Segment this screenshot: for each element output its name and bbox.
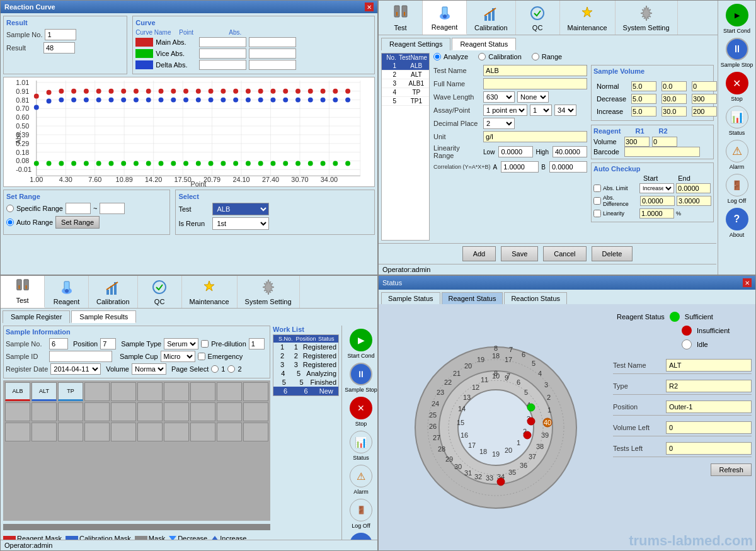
sv-normal-3[interactable] bbox=[692, 81, 717, 91]
test-cell-9[interactable] bbox=[217, 382, 242, 401]
unit-field[interactable] bbox=[483, 131, 587, 142]
volume-r2-input[interactable] bbox=[652, 137, 677, 147]
calibration-option[interactable]: Calibration bbox=[478, 53, 522, 60]
barcode-input[interactable] bbox=[624, 147, 700, 157]
test-cell-23[interactable] bbox=[58, 423, 83, 441]
sample-cup-select[interactable]: Micro bbox=[161, 351, 195, 362]
range-radio[interactable] bbox=[532, 53, 539, 60]
bl-nav-maintenance[interactable]: Maintenance bbox=[182, 276, 238, 308]
wavelength-sec-select[interactable]: None bbox=[517, 91, 549, 103]
test-cell-21[interactable] bbox=[5, 423, 30, 441]
page1-radio[interactable] bbox=[211, 365, 219, 373]
test-cell-17[interactable] bbox=[164, 402, 189, 421]
nav-reagent[interactable]: Reagent bbox=[423, 1, 467, 35]
test-cell-26[interactable] bbox=[137, 423, 163, 441]
test-cell-16[interactable] bbox=[137, 402, 163, 421]
volume-select[interactable]: Normal bbox=[132, 363, 166, 375]
decimal-place-select[interactable]: 2 bbox=[483, 118, 515, 129]
pre-dilution-checkbox[interactable] bbox=[201, 340, 209, 348]
test-cell-4[interactable] bbox=[84, 382, 110, 401]
delete-btn[interactable]: Delete bbox=[592, 246, 633, 261]
volume-r1-input[interactable] bbox=[624, 137, 650, 147]
test-cell-13[interactable] bbox=[58, 402, 83, 421]
emergency-checkbox[interactable] bbox=[198, 353, 205, 360]
test-cell-alt[interactable]: ALT bbox=[32, 382, 57, 401]
wl-row-5-current[interactable]: 6 6 New bbox=[273, 387, 338, 395]
bl-nav-system-setting[interactable]: System Setting bbox=[238, 276, 300, 308]
sv-increase-1[interactable] bbox=[631, 106, 656, 116]
correlation-b-input[interactable] bbox=[549, 161, 587, 173]
test-cell-18[interactable] bbox=[190, 402, 215, 421]
full-name-field[interactable] bbox=[483, 78, 587, 89]
sample-stop-btn[interactable]: ⏸ Sample Stop bbox=[721, 37, 753, 69]
result-input[interactable] bbox=[43, 42, 75, 54]
abs-limit-start-input[interactable] bbox=[676, 183, 711, 193]
range-to-input[interactable] bbox=[100, 203, 125, 214]
pre-dilution-field[interactable] bbox=[249, 338, 265, 349]
wl-row-2[interactable]: 3 3 Registered bbox=[273, 360, 338, 369]
analyze-radio[interactable] bbox=[433, 53, 441, 60]
vice-abs-val-input[interactable] bbox=[249, 48, 296, 59]
nav-calibration[interactable]: Calibration bbox=[467, 1, 516, 35]
sample-no-field[interactable] bbox=[49, 338, 68, 349]
bl-nav-reagent[interactable]: Reagent bbox=[45, 276, 89, 308]
reaction-curve-close-btn[interactable]: ✕ bbox=[365, 3, 374, 11]
test-cell-14[interactable] bbox=[84, 402, 110, 421]
test-cell-5[interactable] bbox=[111, 382, 136, 401]
tab-reagent-settings[interactable]: Reagent Settings bbox=[381, 38, 450, 50]
test-cell-15[interactable] bbox=[111, 402, 136, 421]
test-cell-10[interactable] bbox=[243, 382, 268, 401]
wl-row-0[interactable]: 1 1 Registered bbox=[273, 343, 338, 351]
tab-sample-status[interactable]: Sample Status bbox=[381, 292, 440, 304]
test-cell-27[interactable] bbox=[164, 423, 189, 441]
sv-normal-1[interactable] bbox=[631, 81, 656, 91]
wl-row-3[interactable]: 4 5 Analyzing bbox=[273, 369, 338, 378]
reagent-list-row-4[interactable]: 5 TP1 bbox=[382, 97, 429, 106]
stop-btn[interactable]: ✕ Stop bbox=[721, 71, 753, 103]
test-cell-20[interactable] bbox=[243, 402, 268, 421]
reagent-list-row-0[interactable]: 1 ALB bbox=[382, 62, 429, 71]
main-abs-val-input[interactable] bbox=[249, 37, 296, 47]
tab-reaction-status[interactable]: Reaction Status bbox=[504, 292, 567, 304]
bl-logoff-btn[interactable]: 🚪 Log Off bbox=[345, 498, 377, 530]
tab-sample-register[interactable]: Sample Register bbox=[3, 310, 70, 323]
register-date-select[interactable]: 2014-04-11 bbox=[50, 363, 101, 375]
tests-left-field[interactable] bbox=[666, 442, 752, 455]
sv-decrease-1[interactable] bbox=[631, 94, 656, 104]
bl-sample-stop-btn[interactable]: ⏸ Sample Stop bbox=[345, 362, 377, 394]
auto-range-radio[interactable] bbox=[6, 219, 14, 226]
wl-row-1[interactable]: 2 2 Registered bbox=[273, 351, 338, 360]
status-btn[interactable]: 📊 Status bbox=[721, 105, 753, 137]
assay-from-select[interactable]: 1 bbox=[530, 105, 552, 116]
test-cell-29[interactable] bbox=[217, 423, 242, 441]
alarm-btn[interactable]: ⚠ Alarm bbox=[721, 139, 753, 171]
reagent-list-row-3[interactable]: 4 TP bbox=[382, 88, 429, 97]
test-cell-28[interactable] bbox=[190, 423, 215, 441]
linearity-check-input[interactable] bbox=[639, 208, 674, 219]
bl-status-btn[interactable]: 📊 Status bbox=[345, 430, 377, 462]
vice-abs-point-input[interactable] bbox=[199, 48, 246, 59]
save-btn[interactable]: Save bbox=[501, 246, 538, 261]
nav-maintenance[interactable]: Maintenance bbox=[560, 1, 616, 35]
test-name-field[interactable] bbox=[483, 65, 587, 76]
abs-limit-type-select[interactable]: Increase bbox=[639, 183, 674, 193]
test-cell-25[interactable] bbox=[111, 423, 136, 441]
page2-radio[interactable] bbox=[227, 365, 235, 373]
cancel-btn[interactable]: Cancel bbox=[543, 246, 586, 261]
test-cell-24[interactable] bbox=[84, 423, 110, 441]
bl-alarm-btn[interactable]: ⚠ Alarm bbox=[345, 464, 377, 496]
type-info-field[interactable] bbox=[666, 380, 752, 392]
bl-about-btn[interactable]: ? About bbox=[345, 532, 377, 540]
test-cell-11[interactable] bbox=[5, 402, 30, 421]
tab-reagent-status[interactable]: Reagent Status bbox=[442, 292, 503, 304]
position-info-field[interactable] bbox=[666, 400, 752, 413]
test-cell-19[interactable] bbox=[217, 402, 242, 421]
linearity-low-input[interactable] bbox=[498, 146, 533, 157]
tab-reagent-status[interactable]: Reagent Status bbox=[452, 38, 516, 50]
test-cell-7[interactable] bbox=[164, 382, 189, 401]
add-btn[interactable]: Add bbox=[462, 246, 496, 261]
reagent-list-row-2[interactable]: 3 ALB1 bbox=[382, 79, 429, 88]
delta-abs-val-input[interactable] bbox=[249, 60, 296, 70]
nav-test[interactable]: Test bbox=[379, 1, 423, 35]
about-btn[interactable]: ? About bbox=[721, 207, 753, 239]
